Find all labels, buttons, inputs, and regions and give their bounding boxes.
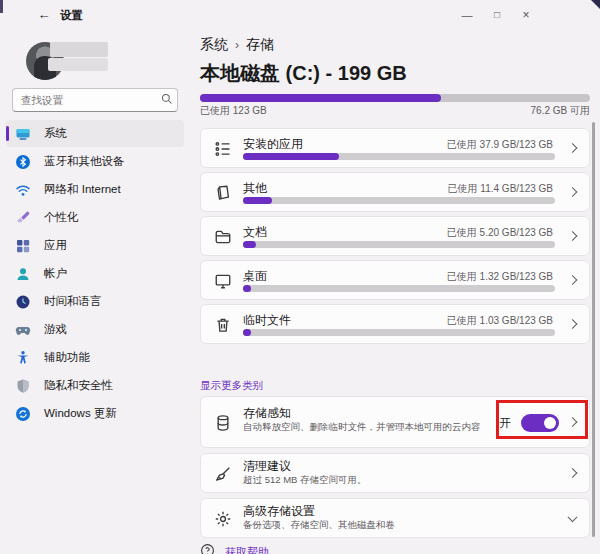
breadcrumb-parent[interactable]: 系统: [200, 36, 228, 52]
search-input[interactable]: [13, 94, 157, 106]
category-row-documents[interactable]: 文档 已使用 5.20 GB/123 GB: [200, 216, 590, 256]
cleanup-subtitle: 超过 512 MB 存储空间可用。: [243, 474, 367, 487]
sidebar-item-network[interactable]: 网络和 Internet: [6, 176, 184, 203]
category-usage-fill: [243, 329, 251, 336]
category-usage: 已使用 11.4 GB/123 GB: [448, 182, 553, 196]
sidebar-item-accessibility[interactable]: 辅助功能: [6, 344, 184, 371]
disk-free-label: 76.2 GB 可用: [531, 104, 590, 118]
advanced-title: 高级存储设置: [243, 503, 315, 520]
minimize-button[interactable]: —: [453, 4, 481, 26]
sidebar-item-personalization[interactable]: 个性化: [6, 204, 184, 231]
cleanup-title: 清理建议: [243, 458, 291, 475]
annotation-highlight-box: [496, 400, 588, 439]
breadcrumb: 系统›存储: [200, 36, 274, 54]
chevron-down-icon: [568, 512, 578, 522]
category-usage-fill: [243, 285, 251, 292]
sidebar-item-accounts[interactable]: 帐户: [6, 260, 184, 287]
sidebar-item-label: 时间和语言: [44, 294, 102, 309]
disk-usage-labels: 已使用 123 GB 76.2 GB 可用: [200, 104, 590, 118]
sidebar-item-label: 游戏: [44, 322, 67, 337]
brush-icon: [15, 210, 31, 226]
broom-icon: [214, 465, 232, 483]
close-button[interactable]: ×: [512, 4, 540, 26]
category-row-installed-apps[interactable]: 安装的应用 已使用 37.9 GB/123 GB: [200, 128, 590, 168]
chevron-right-icon: [568, 275, 578, 285]
get-help-link[interactable]: 获取帮助: [200, 543, 269, 554]
settings-window: ← 设置 — □ × 系统: [0, 0, 600, 554]
back-button[interactable]: ←: [33, 5, 55, 25]
chevron-right-icon: [568, 468, 578, 478]
database-icon: [214, 414, 232, 432]
page-title: 本地磁盘 (C:) - 199 GB: [200, 60, 407, 87]
gamepad-icon: [15, 322, 31, 338]
maximize-button[interactable]: □: [483, 4, 511, 26]
sidebar-item-label: 应用: [44, 238, 67, 253]
sidebar-item-system[interactable]: 系统: [6, 120, 184, 147]
category-usage-bar: [243, 153, 555, 160]
sidebar-item-apps[interactable]: 应用: [6, 232, 184, 259]
sidebar-item-windows-update[interactable]: Windows 更新: [6, 400, 184, 427]
sidebar-item-label: 辅助功能: [44, 350, 90, 365]
category-usage: 已使用 37.9 GB/123 GB: [447, 138, 553, 152]
apps-grid-icon: [15, 238, 31, 254]
disk-usage-bar: [200, 94, 590, 102]
category-label: 临时文件: [243, 312, 291, 329]
clock-icon: [15, 294, 31, 310]
category-usage-bar: [243, 197, 555, 204]
category-label: 文档: [243, 224, 267, 241]
storage-sense-title: 存储感知: [243, 405, 291, 422]
sidebar: 系统 蓝牙和其他设备 网络和 Internet 个性化: [0, 30, 190, 554]
category-row-other[interactable]: 其他 已使用 11.4 GB/123 GB: [200, 172, 590, 212]
gear-icon: [214, 510, 232, 528]
sidebar-item-label: 帐户: [44, 266, 67, 281]
help-icon: [200, 543, 215, 554]
person-icon: [15, 266, 31, 282]
desktop-corner-left: [0, 0, 3, 13]
category-label: 桌面: [243, 268, 267, 285]
wifi-icon: [15, 182, 31, 198]
storage-sense-subtitle: 自动释放空间、删除临时文件，并管理本地可用的云内容: [243, 421, 481, 434]
storage-page: 系统›存储 本地磁盘 (C:) - 199 GB 已使用 123 GB 76.2…: [196, 30, 600, 554]
apps-list-icon: [214, 140, 232, 158]
category-usage-fill: [243, 197, 272, 204]
sidebar-item-label: 网络和 Internet: [44, 182, 121, 197]
chevron-right-icon: [568, 143, 578, 153]
cleanup-recommendations-row[interactable]: 清理建议 超过 512 MB 存储空间可用。: [200, 453, 590, 493]
titlebar: ← 设置 — □ ×: [0, 0, 600, 30]
sidebar-item-gaming[interactable]: 游戏: [6, 316, 184, 343]
selected-indicator: [6, 126, 9, 141]
category-row-desktop[interactable]: 桌面 已使用 1.32 GB/123 GB: [200, 260, 590, 300]
sidebar-nav: 系统 蓝牙和其他设备 网络和 Internet 个性化: [6, 120, 184, 428]
advanced-subtitle: 备份选项、存储空间、其他磁盘和卷: [243, 519, 395, 532]
box-icon: [214, 184, 232, 202]
sidebar-item-privacy[interactable]: 隐私和安全性: [6, 372, 184, 399]
monitor-icon: [214, 272, 232, 290]
chevron-right-icon: [568, 319, 578, 329]
category-usage: 已使用 5.20 GB/123 GB: [447, 226, 553, 240]
settings-search[interactable]: [12, 88, 178, 112]
disk-used-label: 已使用 123 GB: [200, 104, 267, 118]
username-redacted: [50, 42, 108, 57]
sidebar-item-label: 隐私和安全性: [44, 378, 113, 393]
category-label: 安装的应用: [243, 136, 303, 153]
advanced-storage-settings-row[interactable]: 高级存储设置 备份选项、存储空间、其他磁盘和卷: [200, 498, 590, 538]
sidebar-item-time-language[interactable]: 时间和语言: [6, 288, 184, 315]
sidebar-item-label: 蓝牙和其他设备: [44, 154, 125, 169]
category-usage-bar: [243, 329, 555, 336]
chevron-right-icon: [568, 187, 578, 197]
sidebar-item-bluetooth[interactable]: 蓝牙和其他设备: [6, 148, 184, 175]
breadcrumb-current: 存储: [246, 36, 274, 52]
scrollbar[interactable]: [592, 122, 595, 537]
category-row-temp-files[interactable]: 临时文件 已使用 1.03 GB/123 GB: [200, 304, 590, 344]
disk-usage-fill: [200, 94, 441, 102]
trash-icon: [214, 316, 232, 334]
search-icon: [157, 91, 177, 109]
help-label: 获取帮助: [225, 545, 269, 554]
accessibility-icon: [15, 350, 31, 366]
app-title: 设置: [60, 8, 83, 23]
breadcrumb-separator: ›: [235, 38, 239, 52]
show-more-categories-link[interactable]: 显示更多类别: [200, 379, 263, 393]
category-label: 其他: [243, 180, 267, 197]
chevron-right-icon: [568, 231, 578, 241]
bluetooth-icon: [15, 154, 31, 170]
